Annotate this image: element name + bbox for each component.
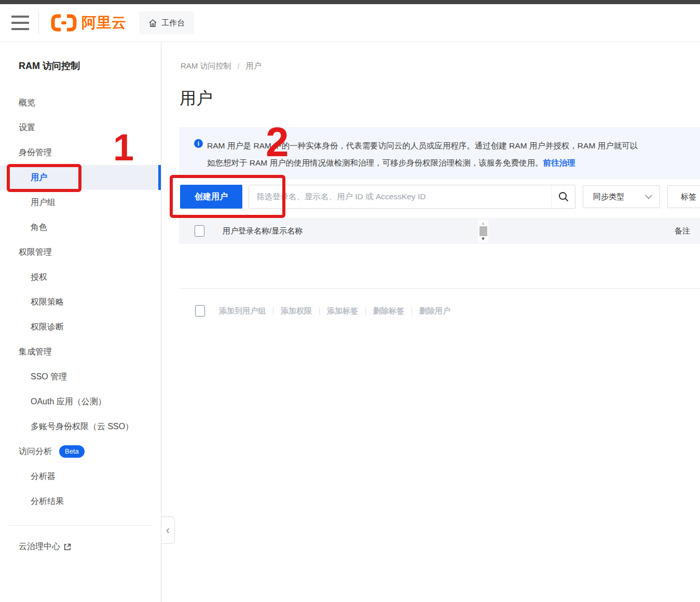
sidebar-item-settings[interactable]: 设置 (0, 115, 161, 140)
external-link-icon (63, 543, 72, 551)
breadcrumb-current: 用户 (246, 61, 262, 71)
search-button[interactable] (551, 185, 575, 208)
brand-name: 阿里云 (81, 13, 127, 33)
tag-filter-label: 标签 (681, 192, 696, 202)
batch-separator (319, 307, 320, 315)
info-banner: i RAM 用户是 RAM 中的一种实体身份，代表需要访问云的人员或应用程序。通… (179, 127, 700, 179)
workbench-label: 工作台 (161, 18, 185, 28)
batch-actions-row: 添加到用户组 添加权限 添加标签 删除标签 删除用户 (195, 303, 450, 319)
table-bottom-border (179, 288, 700, 289)
breadcrumb-parent[interactable]: RAM 访问控制 (181, 61, 231, 71)
tag-filter-dropdown[interactable]: 标签 (667, 185, 700, 208)
breadcrumb: RAM 访问控制 / 用户 (181, 61, 262, 71)
global-header: 阿里云 工作台 (0, 4, 700, 42)
breadcrumb-separator: / (238, 62, 240, 71)
scrollbar-thumb[interactable] (479, 226, 487, 236)
hamburger-menu-icon[interactable] (11, 16, 29, 30)
sidebar-item-analysis-results[interactable]: 分析结果 (0, 489, 161, 514)
brand-bracket-icon (50, 13, 77, 33)
info-icon: i (194, 139, 203, 148)
sidebar: RAM 访问控制 概览 设置 身份管理 用户 用户组 角色 权限管理 授权 权限… (0, 42, 161, 602)
sidebar-item-overview[interactable]: 概览 (0, 90, 161, 115)
banner-line2: 如您想对于 RAM 用户的使用情况做检测和治理，可移步身份权限治理检测，该服务免… (207, 154, 543, 171)
table-scrollbar[interactable]: ▲ ▼ (478, 220, 488, 243)
page-title: 用户 (180, 87, 213, 110)
chevron-down-icon (645, 195, 652, 199)
sidebar-item-analyzer[interactable]: 分析器 (0, 464, 161, 489)
batch-separator (411, 307, 412, 315)
sidebar-item-permission-management[interactable]: 权限管理 (0, 240, 161, 265)
sidebar-item-oauth-apps[interactable]: OAuth 应用（公测） (0, 389, 161, 414)
scroll-up-icon: ▲ (481, 221, 486, 226)
go-to-governance-link[interactable]: 前往治理 (543, 158, 575, 167)
alibaba-cloud-logo[interactable]: 阿里云 (50, 13, 127, 33)
sync-type-label: 同步类型 (593, 192, 624, 202)
batch-action-add-to-group[interactable]: 添加到用户组 (219, 306, 266, 316)
batch-separator (365, 307, 366, 315)
banner-line1: RAM 用户是 RAM 中的一种实体身份，代表需要访问云的人员或应用程序。通过创… (207, 137, 638, 154)
column-header-remark: 备注 (675, 226, 690, 236)
sidebar-title: RAM 访问控制 (19, 60, 161, 72)
batch-separator (273, 307, 273, 315)
sidebar-item-sso-management[interactable]: SSO 管理 (0, 364, 161, 389)
user-search-input[interactable] (249, 185, 551, 208)
batch-select-checkbox[interactable] (195, 305, 205, 317)
search-icon (558, 191, 569, 202)
home-icon (148, 19, 157, 28)
user-search-box (249, 185, 575, 209)
sidebar-item-access-analysis[interactable]: 访问分析 Beta (0, 439, 161, 464)
sidebar-item-permission-diagnosis[interactable]: 权限诊断 (0, 314, 161, 339)
sidebar-item-policies[interactable]: 权限策略 (0, 290, 161, 314)
browser-top-strip (0, 0, 700, 4)
sidebar-nav: 概览 设置 身份管理 用户 用户组 角色 权限管理 授权 权限策略 权限诊断 集… (0, 90, 161, 514)
sidebar-item-grants[interactable]: 授权 (0, 265, 161, 290)
header-divider (38, 11, 39, 34)
batch-action-delete-tag[interactable]: 删除标签 (373, 306, 404, 316)
sidebar-item-identity-management[interactable]: 身份管理 (0, 140, 161, 165)
app-root: 阿里云 工作台 RAM 访问控制 概览 设置 身份管理 用户 用户组 角色 权限… (0, 0, 700, 602)
chevron-left-icon: ‹ (166, 524, 170, 537)
batch-action-add-tag[interactable]: 添加标签 (327, 306, 358, 316)
beta-badge: Beta (59, 445, 85, 458)
sidebar-item-integration-management[interactable]: 集成管理 (0, 339, 161, 364)
sidebar-item-cloud-governance-center[interactable]: 云治理中心 (19, 541, 161, 552)
column-header-user-name: 用户登录名称/显示名称 (223, 226, 303, 236)
workbench-button[interactable]: 工作台 (139, 11, 194, 34)
scroll-down-icon: ▼ (481, 237, 486, 241)
sidebar-divider (9, 525, 152, 526)
batch-action-add-permission[interactable]: 添加权限 (281, 306, 312, 316)
sync-type-dropdown[interactable]: 同步类型 (583, 185, 660, 208)
sidebar-item-users[interactable]: 用户 (0, 165, 161, 190)
sidebar-item-user-groups[interactable]: 用户组 (0, 190, 161, 215)
create-user-button[interactable]: 创建用户 (180, 185, 242, 209)
select-all-checkbox[interactable] (195, 225, 204, 237)
sidebar-item-roles[interactable]: 角色 (0, 215, 161, 240)
batch-action-delete-user[interactable]: 删除用户 (419, 306, 450, 316)
sidebar-item-cloud-sso[interactable]: 多账号身份权限（云 SSO） (0, 414, 161, 439)
sidebar-collapse-button[interactable]: ‹ (161, 516, 175, 544)
table-header-row: 用户登录名称/显示名称 备注 (179, 218, 700, 244)
